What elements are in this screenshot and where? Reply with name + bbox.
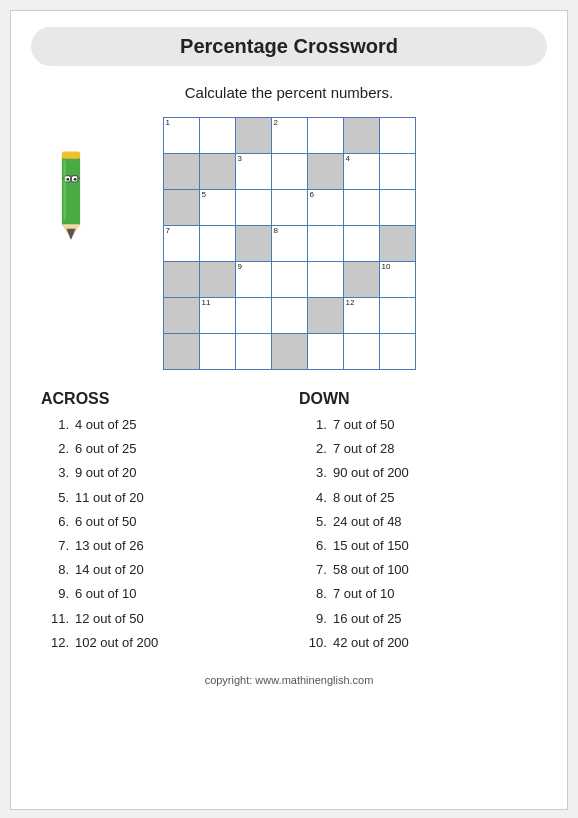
list-item: 5. 11 out of 20 [41, 489, 279, 507]
list-item: 1. 7 out of 50 [299, 416, 537, 434]
list-item: 2. 6 out of 25 [41, 440, 279, 458]
clue-num: 8. [41, 561, 69, 579]
page-title: Percentage Crossword [51, 35, 527, 58]
svg-point-7 [74, 178, 77, 181]
clue-num: 10. [299, 634, 327, 652]
list-item: 6. 15 out of 150 [299, 537, 537, 555]
clue-text: 90 out of 200 [333, 464, 537, 482]
list-item: 1. 4 out of 25 [41, 416, 279, 434]
across-col: ACROSS 1. 4 out of 25 2. 6 out of 25 3. … [41, 390, 279, 658]
clue-num: 2. [41, 440, 69, 458]
clue-text: 14 out of 20 [75, 561, 279, 579]
list-item: 9. 16 out of 25 [299, 610, 537, 628]
down-col: DOWN 1. 7 out of 50 2. 7 out of 28 3. 90… [299, 390, 537, 658]
clue-num: 12. [41, 634, 69, 652]
clue-text: 42 out of 200 [333, 634, 537, 652]
clue-num: 6. [299, 537, 327, 555]
list-item: 5. 24 out of 48 [299, 513, 537, 531]
clue-text: 7 out of 10 [333, 585, 537, 603]
clue-text: 7 out of 50 [333, 416, 537, 434]
list-item: 11. 12 out of 50 [41, 610, 279, 628]
crossword-area: 1 2 3 4 5 6 [31, 117, 547, 370]
clue-num: 3. [41, 464, 69, 482]
clue-num: 9. [41, 585, 69, 603]
clue-text: 16 out of 25 [333, 610, 537, 628]
clue-text: 11 out of 20 [75, 489, 279, 507]
clue-num: 7. [299, 561, 327, 579]
clues-section: ACROSS 1. 4 out of 25 2. 6 out of 25 3. … [31, 390, 547, 658]
clue-num: 5. [299, 513, 327, 531]
clue-num: 8. [299, 585, 327, 603]
title-bar: Percentage Crossword [31, 27, 547, 66]
clue-text: 58 out of 100 [333, 561, 537, 579]
clue-text: 6 out of 25 [75, 440, 279, 458]
clue-num: 1. [299, 416, 327, 434]
list-item: 9. 6 out of 10 [41, 585, 279, 603]
list-item: 3. 90 out of 200 [299, 464, 537, 482]
copyright: copyright: www.mathinenglish.com [31, 674, 547, 686]
clue-num: 1. [41, 416, 69, 434]
clue-text: 15 out of 150 [333, 537, 537, 555]
clue-num: 4. [299, 489, 327, 507]
crossword-grid: 1 2 3 4 5 6 [163, 117, 416, 370]
clue-text: 6 out of 50 [75, 513, 279, 531]
list-item: 8. 14 out of 20 [41, 561, 279, 579]
list-item: 10. 42 out of 200 [299, 634, 537, 652]
down-header: DOWN [299, 390, 537, 408]
list-item: 6. 6 out of 50 [41, 513, 279, 531]
clue-num: 11. [41, 610, 69, 628]
clue-text: 9 out of 20 [75, 464, 279, 482]
list-item: 3. 9 out of 20 [41, 464, 279, 482]
clue-text: 8 out of 25 [333, 489, 537, 507]
list-item: 4. 8 out of 25 [299, 489, 537, 507]
clue-text: 24 out of 48 [333, 513, 537, 531]
clue-text: 4 out of 25 [75, 416, 279, 434]
clue-text: 102 out of 200 [75, 634, 279, 652]
clue-num: 9. [299, 610, 327, 628]
clue-num: 3. [299, 464, 327, 482]
svg-point-6 [66, 178, 69, 181]
clue-num: 7. [41, 537, 69, 555]
svg-rect-1 [62, 152, 80, 159]
clue-text: 7 out of 28 [333, 440, 537, 458]
clue-num: 6. [41, 513, 69, 531]
clue-text: 6 out of 10 [75, 585, 279, 603]
clue-num: 5. [41, 489, 69, 507]
list-item: 2. 7 out of 28 [299, 440, 537, 458]
across-header: ACROSS [41, 390, 279, 408]
clue-text: 13 out of 26 [75, 537, 279, 555]
pencil-icon [41, 147, 101, 247]
list-item: 7. 13 out of 26 [41, 537, 279, 555]
list-item: 7. 58 out of 100 [299, 561, 537, 579]
page: Percentage Crossword Calculate the perce… [10, 10, 568, 810]
list-item: 8. 7 out of 10 [299, 585, 537, 603]
subtitle: Calculate the percent numbers. [31, 84, 547, 101]
list-item: 12. 102 out of 200 [41, 634, 279, 652]
clue-num: 2. [299, 440, 327, 458]
clue-text: 12 out of 50 [75, 610, 279, 628]
